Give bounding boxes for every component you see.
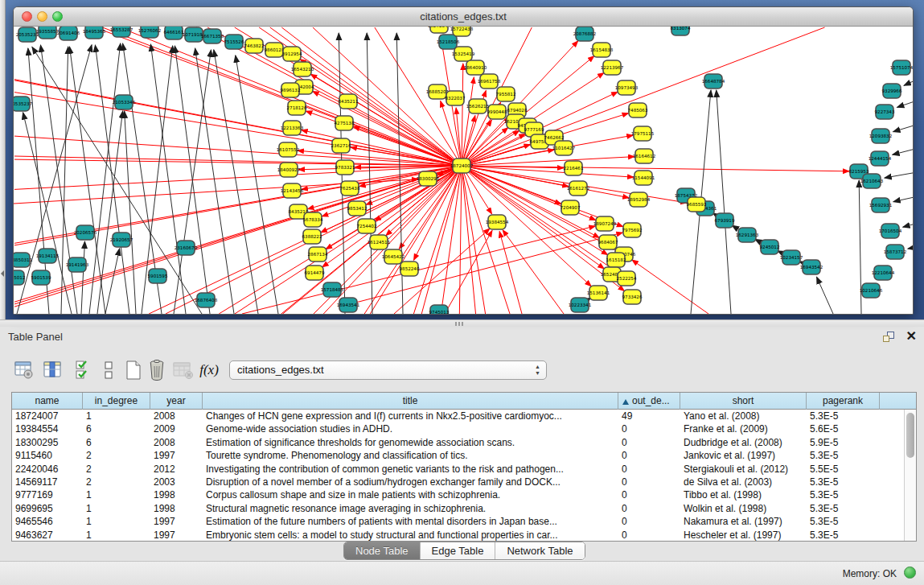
graph-edge[interactable]: [125, 111, 136, 314]
cell-in_degree[interactable]: 1: [83, 502, 150, 515]
graph-edge[interactable]: [17, 45, 92, 314]
cell-name[interactable]: 9777169: [12, 488, 83, 501]
cell-title[interactable]: Disruption of a novel member of a sodium…: [203, 476, 618, 488]
cell-title[interactable]: Tourette syndrome. Phenomenology and cla…: [203, 449, 618, 462]
cell-out_de[interactable]: 0: [618, 515, 680, 528]
graph-edge[interactable]: [816, 277, 833, 314]
graph-edge[interactable]: [462, 27, 825, 166]
column-header-in_degree[interactable]: in_degree: [83, 393, 150, 410]
table-row[interactable]: 977716911998Corpus callosum shape and si…: [12, 488, 901, 501]
new-column-icon[interactable]: [122, 357, 145, 383]
cell-in_degree[interactable]: 1: [83, 515, 150, 528]
cell-year[interactable]: 1997: [150, 449, 203, 462]
cell-year[interactable]: 1998: [150, 488, 203, 501]
cell-name[interactable]: 9699695: [12, 502, 83, 515]
graph-edge[interactable]: [462, 64, 463, 166]
cell-title[interactable]: Investigating the contribution of common…: [203, 463, 618, 476]
graph-edge[interactable]: [195, 48, 234, 314]
cell-year[interactable]: 2003: [150, 476, 203, 488]
cell-pagerank[interactable]: 5.3E-5: [807, 529, 880, 542]
graph-edge[interactable]: [367, 33, 372, 314]
cell-in_degree[interactable]: 2: [83, 449, 150, 462]
cell-title[interactable]: Estimation of significance thresholds fo…: [203, 436, 618, 449]
cell-year[interactable]: 2008: [150, 436, 203, 449]
cell-short[interactable]: Tibbo et al. (1998): [680, 488, 807, 501]
cell-pagerank[interactable]: 5.3E-5: [807, 449, 880, 462]
column-header-pagerank[interactable]: pagerank: [807, 393, 880, 410]
cell-year[interactable]: 1997: [150, 515, 203, 528]
cell-in_degree[interactable]: 1: [83, 410, 150, 422]
graph-edge[interactable]: [893, 123, 913, 132]
table-row[interactable]: 946362711997Embryonic stem cells: a mode…: [12, 529, 901, 542]
column-header-short[interactable]: short: [680, 393, 807, 410]
network-view-window[interactable]: citations_edges.txt 18724007205352311935…: [13, 6, 914, 315]
graph-edge[interactable]: [499, 232, 522, 314]
graph-edge[interactable]: [313, 91, 462, 166]
table-row[interactable]: 911546021997Tourette syndrome. Phenomeno…: [12, 449, 901, 462]
select-columns-icon[interactable]: [72, 357, 95, 383]
cell-title[interactable]: Embryonic stem cells: a model to study s…: [203, 529, 618, 542]
graph-edge[interactable]: [462, 166, 849, 171]
table-row[interactable]: 1830029562008Estimation of significance …: [12, 436, 901, 449]
cell-name[interactable]: 19384554: [12, 422, 83, 435]
cell-name[interactable]: 9465546: [12, 515, 83, 528]
table-body[interactable]: 1872400712008Changes of HCN gene express…: [12, 410, 901, 542]
cell-short[interactable]: Yano et al. (2008): [680, 410, 807, 422]
cell-short[interactable]: de Silva et al. (2003): [680, 476, 807, 488]
window-titlebar[interactable]: citations_edges.txt: [14, 7, 913, 27]
tab-network-table[interactable]: Network Table: [495, 542, 584, 559]
cell-out_de[interactable]: 0: [618, 422, 680, 435]
cell-title[interactable]: Genome-wide association studies in ADHD.: [203, 422, 618, 435]
cell-in_degree[interactable]: 1: [83, 529, 150, 542]
cell-name[interactable]: 9463627: [12, 529, 83, 542]
table-row[interactable]: 2242004622012Investigating the contribut…: [12, 463, 901, 476]
graph-edge[interactable]: [893, 196, 913, 202]
graph-edge[interactable]: [904, 77, 913, 85]
clear-selection-icon[interactable]: [98, 357, 121, 383]
cell-title[interactable]: Corpus callosum shape and size in male p…: [203, 488, 618, 501]
table-row[interactable]: 969969511998Structural magnetic resonanc…: [12, 502, 901, 515]
cell-pagerank[interactable]: 5.3E-5: [807, 515, 880, 528]
graph-edge[interactable]: [893, 147, 913, 154]
delete-table-icon[interactable]: [172, 357, 195, 383]
cell-name[interactable]: 14569117: [12, 476, 83, 488]
cell-out_de[interactable]: 0: [618, 436, 680, 449]
column-header-title[interactable]: title: [203, 393, 618, 410]
node-table[interactable]: namein_degreeyeartitleout_de...shortpage…: [11, 392, 917, 542]
graph-edge[interactable]: [908, 246, 913, 249]
cell-title[interactable]: Changes of HCN gene expression and I(f) …: [203, 410, 618, 422]
control-panel-collapsed-strip[interactable]: [0, 0, 6, 319]
cell-in_degree[interactable]: 2: [83, 463, 150, 476]
tab-edge-table[interactable]: Edge Table: [421, 542, 496, 559]
scrollbar-thumb[interactable]: [906, 413, 914, 458]
table-source-select[interactable]: citations_edges.txt ▲▼: [229, 360, 547, 380]
memory-status-indicator[interactable]: [904, 566, 916, 579]
graph-edge[interactable]: [214, 50, 258, 314]
graph-edge[interactable]: [462, 77, 474, 166]
cell-in_degree[interactable]: 6: [83, 436, 150, 449]
cell-year[interactable]: 1997: [150, 529, 203, 542]
table-row[interactable]: 1938455462009Genome-wide association stu…: [12, 422, 901, 435]
graph-edge[interactable]: [503, 230, 564, 314]
cell-title[interactable]: Structural magnetic resonance image aver…: [203, 502, 618, 515]
table-row[interactable]: 1456911722003Disruption of a novel membe…: [12, 476, 901, 488]
vertical-scrollbar[interactable]: [904, 410, 916, 541]
cell-pagerank[interactable]: 5.3E-5: [807, 488, 880, 501]
cell-out_de[interactable]: 0: [618, 463, 680, 476]
cell-short[interactable]: Hescheler et al. (1997): [680, 529, 807, 542]
graph-edge[interactable]: [81, 241, 84, 314]
cell-in_degree[interactable]: 2: [83, 476, 150, 488]
cell-year[interactable]: 2009: [150, 422, 203, 435]
delete-column-icon[interactable]: [146, 357, 169, 383]
column-show-icon[interactable]: [42, 357, 64, 383]
cell-short[interactable]: Nakamura et al. (1997): [680, 515, 807, 528]
graph-edge[interactable]: [174, 50, 211, 314]
cell-pagerank[interactable]: 5.3E-5: [807, 502, 880, 515]
table-mode-icon[interactable]: [13, 357, 35, 383]
graph-edge[interactable]: [441, 166, 462, 314]
graph-edge[interactable]: [632, 260, 708, 314]
collapse-arrow-icon[interactable]: [1, 270, 4, 277]
graph-edge[interactable]: [885, 171, 913, 178]
cell-short[interactable]: Dudbridge et al. (2008): [680, 436, 807, 449]
column-header-out_de[interactable]: out_de...: [618, 393, 680, 410]
